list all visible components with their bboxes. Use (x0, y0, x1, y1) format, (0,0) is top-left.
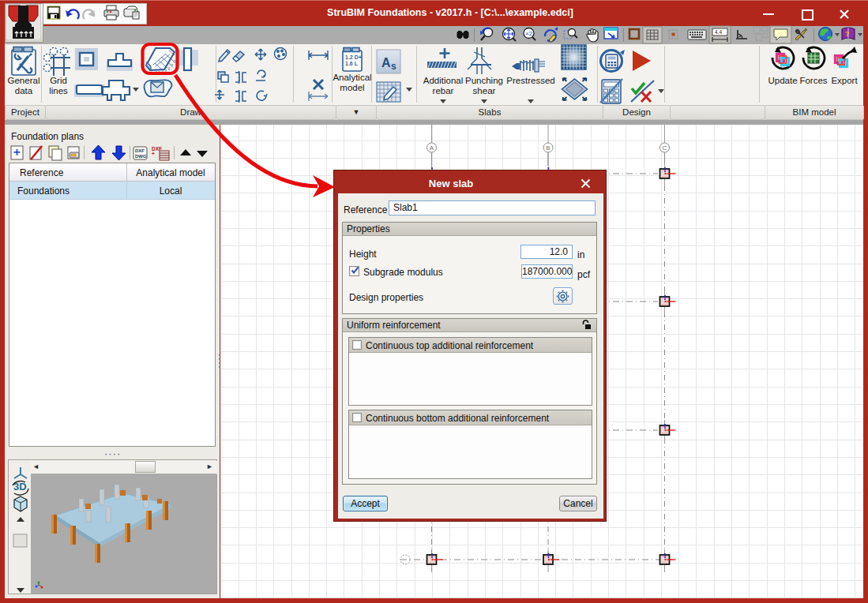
svg-text:B: B (546, 144, 550, 152)
svg-text:×2: ×2 (525, 30, 533, 37)
svg-text:DWG: DWG (135, 154, 147, 159)
svg-text:A: A (430, 144, 434, 152)
svg-text:C: C (663, 144, 667, 152)
svg-text:DXF: DXF (135, 148, 145, 153)
svg-text:4.4: 4.4 (715, 29, 722, 35)
svg-text:s: s (391, 61, 396, 72)
svg-text:A: A (381, 56, 391, 69)
svg-text:?: ? (845, 30, 850, 38)
svg-text:1.2 D+: 1.2 D+ (345, 54, 362, 60)
svg-text:1.6 L: 1.6 L (345, 61, 359, 66)
svg-text:+: + (152, 151, 155, 156)
